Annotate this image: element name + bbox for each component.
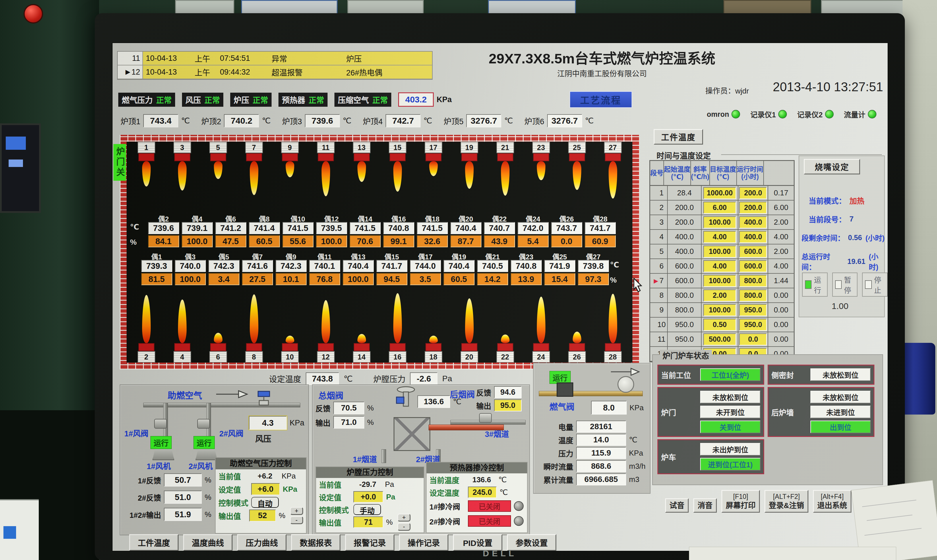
output-value-input[interactable]: 52 [249,509,276,522]
burner-number-plate: 4 [173,351,191,363]
nav-tab[interactable]: 操作记录 [399,534,448,551]
target-input[interactable]: 600.0 [739,246,767,258]
run-state-checkbox[interactable]: 停止 [862,272,888,297]
system-button[interactable]: 消音 [693,498,717,513]
increase-button[interactable]: + [397,514,410,522]
thermocouple-label: 偶17 [418,251,433,260]
nav-tab[interactable]: 压力曲线 [237,534,287,551]
alarm-source: 26#热电偶 [343,65,432,78]
output-row: 输出值 71 % + - [316,516,424,528]
slope-cell: 100.00 [701,215,738,229]
valve-closed-button[interactable]: 已关闭 [468,515,511,527]
slope-input[interactable]: 500.00 [703,333,736,345]
emergency-button-icon [23,4,43,23]
run-state-checkbox[interactable]: 暂停 [832,272,858,297]
header-line2: (℃) [710,173,736,180]
thermocouple-output: 0.0 [551,235,582,247]
thermocouple-temp: 740.1 [309,260,340,272]
target-input[interactable]: 200.0 [739,202,767,214]
slope-input[interactable]: 0.50 [703,319,736,331]
slope-input[interactable]: 4.00 [703,260,736,272]
profile-row: 9 800.0 100.00 950.0 0.00 [650,303,794,318]
thermocouple-label: 偶11 [317,251,331,260]
target-input[interactable]: 800.0 [739,289,767,302]
burner-block-icon [139,153,154,161]
thermocouple-label: 偶25 [552,251,567,260]
decrease-button[interactable]: - [290,516,303,524]
alarm-row[interactable]: 11 10-04-13 上午 07:54:51 异常 炉压 [118,52,432,65]
slope-input[interactable]: 2.00 [703,289,736,302]
door-group-label: 侧密封 [771,369,808,380]
flue-valve-icon [396,386,416,418]
thermocouple-temp: 741.7 [376,260,407,272]
door-group-label: 炉门 [661,407,698,417]
precool-set-input[interactable]: 245.0 [468,486,497,498]
header-line2: (℃/h) [691,173,709,180]
target-temp-cell: 800.0 [738,274,768,288]
nav-tab[interactable]: 温度曲线 [183,534,233,551]
precool-valve-label: 1#掺冷阀 [430,501,465,512]
roof-temp-value: 3276.7 [466,114,501,128]
target-input[interactable]: 800.0 [739,275,767,287]
rear-fb-row: 反馈 94.6 [476,386,522,398]
increase-button[interactable]: + [290,507,303,515]
feedback-unit: % [205,493,211,502]
device-label: 记录仪2 [797,109,823,119]
set-value-input[interactable]: +6.0 [251,483,280,495]
target-input[interactable]: 950.0 [739,304,767,316]
roof-temps: 炉顶1 743.4 ℃ 炉顶2 740.2 ℃ 炉顶3 739.6 ℃ 炉顶4 … [120,114,594,128]
slope-input[interactable]: 100.00 [703,275,736,287]
slope-input[interactable]: 100.00 [703,304,736,316]
air-pressure-control-box: 助燃空气压力控制 当前值 +6.2 KPa 设定值 +6.0 KPa 控制模式 … [215,457,307,534]
nav-tab[interactable]: 工件温度 [129,534,179,551]
thermocouple: 偶17 744.0 3.5 [408,251,442,285]
alarm-row[interactable]: ▶12 10-04-13 上午 09:44:32 超温报警 26#热电偶 [118,65,432,79]
nav-tab[interactable]: 报警记录 [345,534,395,551]
fan2-label: 2#风机 [189,460,213,471]
mode-toggle-button[interactable]: 自动 [251,497,279,508]
target-temp-cell: 950.0 [738,318,768,332]
thermocouple-label: 偶26 [559,214,574,222]
system-button[interactable]: [ALT+F2] 登录&注销 [764,490,808,513]
profile-header-cell: 运行时间 (小时) [737,161,764,185]
target-input[interactable]: 950.0 [739,319,767,331]
button-label: 试音 [669,501,684,510]
slope-input[interactable]: 6.00 [703,202,736,214]
gas-metric-row: 累计流量 6966.685 m3 [537,474,646,485]
process-flow-button[interactable]: 工艺流程 [570,91,632,108]
nav-tab[interactable]: 数据报表 [291,534,341,551]
target-input[interactable]: 600.0 [739,260,767,272]
decrease-button[interactable]: - [397,523,410,531]
target-input[interactable]: 400.0 [739,231,767,243]
burner-settings-button[interactable]: 烧嘴设定 [804,159,860,174]
output-value-input[interactable]: 71 [353,516,383,528]
target-input[interactable]: 0.0 [739,333,767,345]
target-input[interactable]: 400.0 [739,216,767,228]
current-label: 当前值 [219,471,248,482]
slope-input[interactable]: 100.00 [703,246,736,258]
slope-input[interactable]: 4.00 [703,231,736,243]
door-status-group: 炉门 未放松到位未开到位关到位 [657,387,764,437]
slope-input[interactable]: 1000.00 [703,187,736,199]
run-state-checkbox[interactable]: 运行 [802,272,828,297]
flame-icon [429,161,438,176]
feedback-row: 1#2#输出 51.9 % [124,508,211,521]
segment-cell: 11 [650,332,668,346]
current-segment-arrow-icon: ▶ [653,277,659,284]
profile-title: 时间与温度设定 [657,150,711,161]
valve-closed-button[interactable]: 已关闭 [468,500,511,512]
target-input[interactable]: 200.0 [739,187,767,199]
thermocouple-output: 100.0 [175,273,206,285]
roof-temp-label: 炉顶5 [444,115,463,126]
mode-toggle-button[interactable]: 手动 [353,504,381,515]
workpiece-temp-button[interactable]: 工件温度 [653,129,703,145]
slope-input[interactable]: 100.00 [703,216,736,228]
current-label: 当前值 [319,479,350,490]
thermocouple: 偶25 741.9 15.4 [543,251,576,285]
system-button[interactable]: [Alt+F4] 退出系统 [813,490,851,513]
system-button[interactable]: [F10] 屏幕打印 [721,490,760,513]
system-button[interactable]: 试音 [665,498,689,513]
thermocouple-output: 55.6 [282,235,313,247]
start-temp-cell: 800.0 [668,303,701,317]
set-value-input[interactable]: +0.0 [353,491,383,503]
